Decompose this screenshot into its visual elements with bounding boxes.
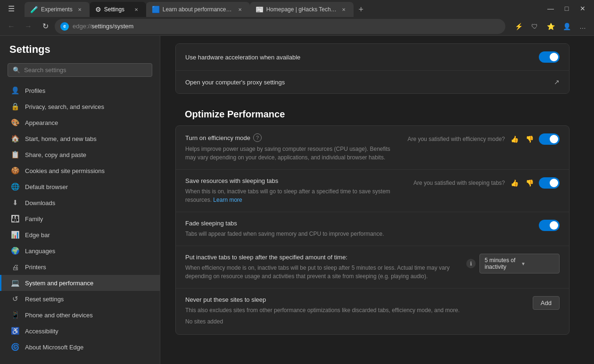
sleeping-thumbs-up[interactable]: 👍 [509,177,520,189]
put-sleep-info-icon[interactable]: ℹ [466,259,476,268]
tab-close-ghacks[interactable]: ✕ [339,5,348,14]
sidebar-item-profiles[interactable]: 👤 Profiles [0,83,160,99]
maximize-btn[interactable]: □ [559,1,574,16]
nav-label-cookies: Cookies and site permissions [25,167,105,174]
nav-icon-privacy: 🔒 [11,102,19,111]
fade-sleeping-toggle[interactable] [539,220,560,231]
tab-experiments[interactable]: 🧪 Experiments ✕ [25,2,90,17]
efficiency-mode-title: Turn on efficiency mode ? [185,133,400,142]
nav-icon-edge-bar: 📊 [11,231,19,239]
sidebar-item-default-browser[interactable]: 🌐 Default browser [0,179,160,195]
window-controls: ☰ [4,1,19,16]
efficiency-mode-header: Turn on efficiency mode ? Helps improve … [185,133,560,162]
forward-btn[interactable]: → [21,19,36,34]
tabs-area: 🧪 Experiments ✕ ⚙ Settings ✕ 🟦 Learn abo… [25,0,541,17]
address-bar[interactable]: e edge://settings/system [55,19,505,34]
inactivity-value: 5 minutes of inactivity [485,257,518,270]
sleeping-thumbs-down[interactable]: 👎 [524,177,535,189]
close-btn[interactable]: ✕ [575,1,590,16]
sidebar-item-cookies[interactable]: 🍪 Cookies and site permissions [0,163,160,179]
nav-label-default-browser: Default browser [25,183,68,190]
tab-ghacks[interactable]: 📰 Homepage | gHacks Technology... ✕ [250,2,354,17]
sidebar-item-share-copy[interactable]: 📋 Share, copy and paste [0,147,160,163]
addressbar: ← → ↻ e edge://settings/system ⚡ 🛡 ⭐ 👤 … [0,17,594,36]
no-sites-text: No sites added [185,314,525,327]
fade-sleeping-right [539,220,560,231]
top-settings-card: Use hardware acceleration when available… [175,43,569,94]
section-title: Optimize Performance [185,109,560,120]
sleeping-satisfaction-label: Are you satisfied with sleeping tabs? [413,180,505,186]
sidebar-item-about[interactable]: 🌀 About Microsoft Edge [0,339,160,355]
refresh-btn[interactable]: ↻ [38,19,53,34]
performance-icon[interactable]: ⚡ [511,19,526,34]
efficiency-toggle[interactable] [539,133,560,145]
put-sleep-desc: When efficiency mode is on, inactive tab… [185,264,459,281]
learn-more-link[interactable]: Learn more [213,197,242,203]
inactivity-dropdown[interactable]: 5 minutes of inactivity ▼ [479,254,560,273]
sidebar-item-languages[interactable]: 🌍 Languages [0,243,160,259]
minimize-btn[interactable]: — [543,1,558,16]
efficiency-thumbs-down[interactable]: 👎 [524,133,535,145]
tab-learn-perf[interactable]: 🟦 Learn about performance featur... ✕ [146,2,250,17]
nav-label-share-copy: Share, copy and paste [25,151,86,158]
nav-label-printers: Printers [25,264,46,271]
sleeping-tabs-content: Save resources with sleeping tabs When t… [185,177,406,204]
nav-icon-reset: ↺ [11,295,19,303]
efficiency-mode-content: Turn on efficiency mode ? Helps improve … [185,133,400,162]
add-site-button[interactable]: Add [533,296,560,310]
tab-close-settings[interactable]: ✕ [132,5,140,14]
nav-label-appearance: Appearance [25,119,58,126]
fade-sleeping-desc: Tabs will appear faded when saving memor… [185,230,531,238]
titlebar-right: — □ ✕ [543,1,590,16]
never-sleep-header: Never put these sites to sleep This also… [185,296,560,327]
search-box[interactable]: 🔍 [8,63,152,77]
tab-label-settings: Settings [104,6,129,13]
nav-label-privacy: Privacy, search, and services [25,103,104,110]
back-btn[interactable]: ← [4,19,19,34]
tab-close-learn-perf[interactable]: ✕ [236,5,244,14]
nav-icon-start-home: 🏠 [11,134,19,143]
sidebar-item-printers[interactable]: 🖨 Printers [0,259,160,275]
sidebar-item-reset[interactable]: ↺ Reset settings [0,291,160,307]
tab-icon-experiments: 🧪 [30,6,38,13]
never-sleep-right: Add [533,296,560,310]
sidebar-item-system[interactable]: 💻 System and performance [0,275,160,291]
proxy-external-icon[interactable]: ↗ [554,78,560,86]
settings-title: Settings [0,43,160,63]
nav-icon-accessibility: ♿ [11,327,19,335]
nav-icon-family: 👨‍👩‍👧 [11,215,19,223]
efficiency-thumbs-up[interactable]: 👍 [509,133,520,145]
hardware-accel-label: Use hardware acceleration when available [185,54,300,61]
sidebar-item-appearance[interactable]: 🎨 Appearance [0,115,160,131]
sidebar: Settings 🔍 👤 Profiles 🔒 Privacy, search,… [0,36,160,364]
nav-icon-appearance: 🎨 [11,118,19,127]
never-sleep-content: Never put these sites to sleep This also… [185,296,525,327]
put-sleep-right: ℹ 5 minutes of inactivity ▼ [466,254,560,273]
profile-icon[interactable]: 👤 [559,19,574,34]
new-tab-button[interactable]: + [354,2,369,17]
sidebar-item-start-home[interactable]: 🏠 Start, home, and new tabs [0,131,160,147]
menu-icon[interactable]: … [575,19,590,34]
sidebar-item-edge-bar[interactable]: 📊 Edge bar [0,227,160,243]
nav-icon-about: 🌀 [11,343,19,351]
hardware-accel-toggle[interactable] [539,51,560,63]
sleeping-tabs-toggle[interactable] [539,177,560,189]
sidebar-toggle-btn[interactable]: ☰ [4,1,19,16]
tab-settings[interactable]: ⚙ Settings ✕ [90,2,146,17]
search-box-wrap: 🔍 [0,63,160,83]
performance-card: Turn on efficiency mode ? Helps improve … [175,125,569,335]
sidebar-item-family[interactable]: 👨‍👩‍👧 Family [0,211,160,227]
sidebar-item-privacy[interactable]: 🔒 Privacy, search, and services [0,99,160,115]
nav-icon-printers: 🖨 [11,263,19,271]
favorites-icon[interactable]: ⭐ [543,19,558,34]
sidebar-item-downloads[interactable]: ⬇ Downloads [0,195,160,211]
nav-label-system: System and performance [25,280,93,287]
sidebar-item-accessibility[interactable]: ♿ Accessibility [0,323,160,339]
search-input[interactable] [24,66,147,74]
shield-icon[interactable]: 🛡 [527,19,542,34]
sleeping-tabs-desc: When this is on, inactive tabs will go t… [185,187,406,204]
tab-close-experiments[interactable]: ✕ [75,5,84,14]
tab-icon-ghacks: 📰 [256,6,264,13]
sidebar-item-phone[interactable]: 📱 Phone and other devices [0,307,160,323]
efficiency-help-icon[interactable]: ? [253,133,262,142]
